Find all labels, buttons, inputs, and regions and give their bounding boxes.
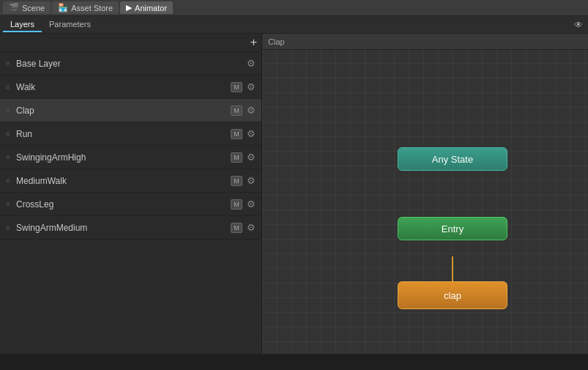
tab-parameters[interactable]: Parameters [42,18,98,32]
gear-icon[interactable]: ⚙ [247,128,256,139]
gear-icon[interactable]: ⚙ [247,175,256,186]
layer-row-swingarmmedium[interactable]: ≡SwingArmMediumM⚙ [0,216,261,240]
tab-scene-label: Scene [22,4,45,12]
layer-name: Run [16,129,231,139]
layer-row-crossleg[interactable]: ≡CrossLegM⚙ [0,193,261,216]
m-badge: M [231,106,242,116]
layer-row-clap[interactable]: ≡ClapM⚙ [0,99,261,122]
left-panel: + ≡Base Layer⚙≡WalkM⚙≡ClapM⚙≡RunM⚙≡Swing… [0,34,262,354]
subtab-bar: Layers Parameters 👁 [0,16,588,34]
animator-canvas[interactable]: Clap Any State Entry clap [262,34,588,354]
eye-icon[interactable]: 👁 [572,18,585,32]
tab-animator-label: Animator [135,4,167,12]
node-clap[interactable]: clap [398,281,507,309]
tab-animator[interactable]: ▶ Animator [120,1,173,14]
layer-row-walk[interactable]: ≡WalkM⚙ [0,75,261,99]
layer-row-run[interactable]: ≡RunM⚙ [0,122,261,146]
layer-name: Walk [16,82,231,92]
layer-name: Clap [16,106,231,116]
node-entry-label: Entry [442,223,464,234]
drag-handle: ≡ [6,223,12,232]
layer-row-swingingarmhigh[interactable]: ≡SwingingArmHighM⚙ [0,146,261,169]
gear-icon[interactable]: ⚙ [247,222,256,233]
layer-name: Base Layer [16,59,245,69]
breadcrumb-text: Clap [268,37,285,46]
drag-handle: ≡ [6,177,12,185]
add-row: + [0,34,261,52]
layer-name: CrossLeg [16,199,231,210]
drag-handle: ≡ [6,153,12,161]
gear-icon[interactable]: ⚙ [247,81,256,92]
scene-icon: 🎬 [9,3,19,12]
breadcrumb: Clap [262,34,588,50]
m-badge: M [231,129,242,139]
tab-parameters-label: Parameters [49,20,91,29]
gear-icon[interactable]: ⚙ [247,58,256,69]
layer-name: MediumWalk [16,176,231,186]
main-layout: + ≡Base Layer⚙≡WalkM⚙≡ClapM⚙≡RunM⚙≡Swing… [0,34,588,354]
layer-name: SwingingArmHigh [16,152,231,163]
tab-asset-store-label: Asset Store [71,4,113,12]
node-any-state-label: Any State [432,154,473,165]
gear-icon[interactable]: ⚙ [247,152,256,163]
node-entry[interactable]: Entry [398,217,507,240]
layer-row-baselayer[interactable]: ≡Base Layer⚙ [0,52,261,75]
m-badge: M [231,82,242,92]
asset-store-icon: 🏪 [58,3,68,12]
drag-handle: ≡ [6,83,12,91]
layer-row-mediumwalk[interactable]: ≡MediumWalkM⚙ [0,169,261,193]
layer-name: SwingArmMedium [16,223,231,233]
gear-icon[interactable]: ⚙ [247,105,256,116]
drag-handle: ≡ [6,130,12,138]
m-badge: M [231,176,242,186]
tab-scene[interactable]: 🎬 Scene [3,1,51,14]
drag-handle: ≡ [6,106,12,114]
m-badge: M [231,199,242,210]
gear-icon[interactable]: ⚙ [247,199,256,210]
node-any-state[interactable]: Any State [398,147,507,171]
top-toolbar: 🎬 Scene 🏪 Asset Store ▶ Animator [0,0,588,16]
animator-icon: ▶ [126,3,132,12]
tab-asset-store[interactable]: 🏪 Asset Store [52,1,119,14]
add-layer-button[interactable]: + [250,37,257,48]
node-clap-label: clap [444,290,461,301]
drag-handle: ≡ [6,200,12,208]
tab-layers[interactable]: Layers [3,18,42,32]
layers-container: ≡Base Layer⚙≡WalkM⚙≡ClapM⚙≡RunM⚙≡Swingin… [0,52,261,240]
m-badge: M [231,223,242,233]
tab-layers-label: Layers [10,20,34,29]
m-badge: M [231,152,242,163]
drag-handle: ≡ [6,59,12,67]
